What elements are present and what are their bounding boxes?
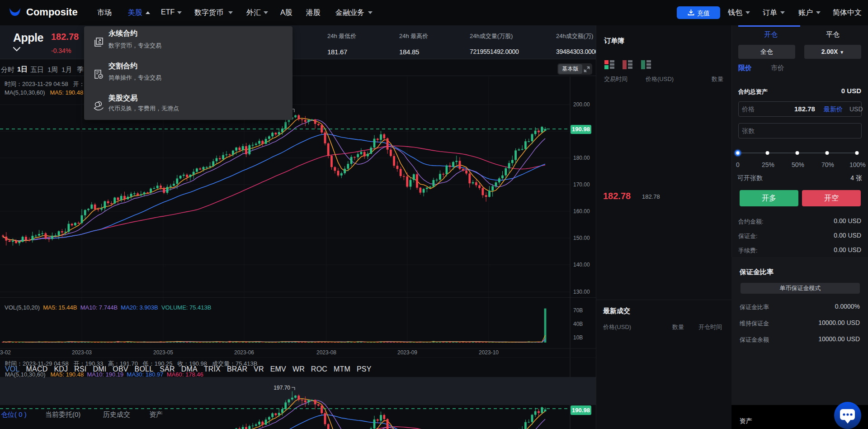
svg-text:190.98: 190.98 [572,407,590,414]
svg-text:2023-02: 2023-02 [0,349,11,356]
svg-text:70B: 70B [573,307,583,314]
svg-text:2023-06: 2023-06 [234,349,254,356]
svg-text:10B: 10B [573,334,583,341]
svg-text:40B: 40B [573,321,583,327]
svg-text:160.00: 160.00 [573,208,590,214]
svg-text:2023-10: 2023-10 [479,349,499,356]
svg-text:200.00: 200.00 [573,101,590,108]
svg-text:2023-09: 2023-09 [397,349,417,356]
svg-text:197.70: 197.70 [274,385,290,391]
svg-text:180.00: 180.00 [573,155,590,161]
svg-text:2023-03: 2023-03 [72,349,92,356]
svg-text:130.00: 130.00 [573,289,590,295]
svg-text:2023-05: 2023-05 [153,349,173,356]
svg-text:190.98: 190.98 [572,126,590,133]
svg-text:170.00: 170.00 [573,181,590,188]
svg-text:2023-08: 2023-08 [316,349,336,356]
svg-text:150.00: 150.00 [573,235,590,241]
svg-text:140.00: 140.00 [573,262,590,268]
